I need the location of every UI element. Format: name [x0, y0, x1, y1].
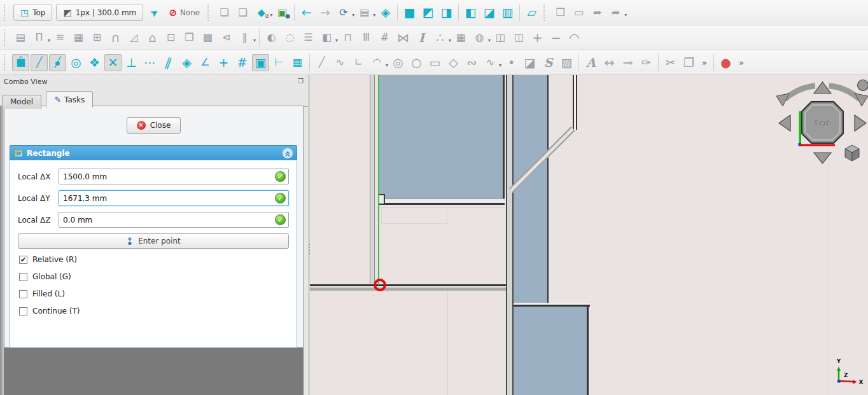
- macro-record-icon[interactable]: ●: [717, 54, 734, 71]
- nav-arrow-right[interactable]: [855, 115, 866, 131]
- snap-angle-icon[interactable]: ❖: [86, 54, 103, 71]
- arch-house-icon[interactable]: ⌂: [144, 29, 161, 46]
- box-selection-icon[interactable]: ❑: [234, 4, 251, 21]
- draft-point-icon[interactable]: •: [503, 54, 520, 71]
- arch-wall-icon[interactable]: ▤: [12, 29, 29, 46]
- arch-grille-icon[interactable]: #: [376, 29, 393, 46]
- draft-arc-icon-dropdown[interactable]: ▾: [386, 62, 388, 68]
- arch-window-icon[interactable]: ⊞: [88, 29, 106, 46]
- arch-axis-icon[interactable]: ◐: [263, 29, 280, 46]
- export-all-icon-dropdown[interactable]: ▾: [624, 12, 627, 18]
- arch-structure-icon-dropdown[interactable]: ▾: [48, 38, 50, 43]
- view-front-icon[interactable]: ■: [401, 4, 418, 21]
- arch-truss-icon[interactable]: ⋈: [395, 29, 412, 46]
- arch-pipe-icon[interactable]: ◍: [471, 29, 488, 46]
- clipping-plane-icon[interactable]: ◆⊘: [253, 4, 270, 21]
- relative-checkbox[interactable]: ✔Relative (R): [19, 255, 289, 264]
- draft-select-tool-icon[interactable]: ➤: [146, 4, 163, 21]
- tab-model[interactable]: Model: [2, 95, 41, 109]
- arch-precast-icon-dropdown[interactable]: ▾: [335, 38, 338, 43]
- line-width-scale-button[interactable]: ◩1px | 300.0 mm: [56, 4, 143, 21]
- nav-circle-button[interactable]: [858, 80, 868, 91]
- collapse-section-icon[interactable]: [283, 148, 293, 158]
- snap-endpoint-icon[interactable]: ╱: [31, 54, 48, 71]
- export-all-icon[interactable]: ➦: [607, 4, 624, 21]
- draft-shapestring-icon[interactable]: S: [540, 54, 557, 71]
- draft-facebinder-icon[interactable]: ◪: [521, 54, 538, 71]
- global-checkbox-box[interactable]: [19, 273, 27, 281]
- snap-parallel-icon[interactable]: ∥: [160, 54, 177, 71]
- snap-midpoint-icon[interactable]: ╱●: [49, 54, 66, 71]
- draft-wire-icon[interactable]: ∿: [332, 54, 349, 71]
- annotation-styles-icon[interactable]: ✑: [638, 54, 655, 71]
- nav-arrow-up[interactable]: [814, 82, 831, 94]
- cut-icon[interactable]: ✂: [662, 54, 679, 71]
- toggle-grid-icon[interactable]: ▦: [289, 54, 306, 71]
- draft-dimension-icon[interactable]: ↔: [601, 54, 618, 71]
- draft-line-icon[interactable]: ╱: [313, 54, 330, 71]
- arch-building-icon[interactable]: ∩: [107, 29, 124, 46]
- toolbar-grip[interactable]: [4, 54, 9, 71]
- toolbar-extension-1[interactable]: »: [702, 58, 707, 67]
- part-step-icon[interactable]: ❒: [552, 4, 569, 21]
- draft-text-icon[interactable]: A: [582, 54, 599, 71]
- global-checkbox[interactable]: Global (G): [19, 272, 289, 281]
- nav-arrow-left[interactable]: [779, 115, 790, 131]
- snap-dimensions-icon[interactable]: ⊢: [270, 54, 288, 71]
- continue-checkbox[interactable]: Continue (T): [19, 307, 289, 315]
- local-dy-input[interactable]: [59, 190, 289, 206]
- 3d-viewport[interactable]: TOP Y Z X: [310, 75, 868, 395]
- snap-working-plane-icon[interactable]: ▣: [252, 54, 269, 71]
- snap-ortho-icon[interactable]: +: [215, 54, 232, 71]
- folder-open-icon[interactable]: ▭: [570, 4, 587, 21]
- arch-space-icon[interactable]: ◿: [125, 29, 143, 46]
- clipping-plane-icon-dropdown[interactable]: ▾: [270, 12, 272, 18]
- undock-panel-icon[interactable]: ❐: [298, 78, 304, 85]
- arch-panel-sheet-icon[interactable]: ◫: [510, 29, 528, 46]
- draft-label-icon[interactable]: ⊸: [619, 54, 636, 71]
- arch-material-icon-dropdown[interactable]: ▾: [449, 38, 451, 43]
- export-icon[interactable]: ➦: [589, 4, 606, 21]
- arch-profile-icon-dropdown[interactable]: ▾: [253, 38, 256, 43]
- draft-bezier-icon-dropdown[interactable]: ▾: [499, 62, 501, 68]
- arch-fence-icon[interactable]: Ⅲ: [358, 29, 375, 46]
- draft-polygon-icon[interactable]: ◇: [445, 54, 462, 71]
- view-right-icon[interactable]: ◨: [438, 4, 455, 21]
- toolbar-grip[interactable]: [4, 29, 9, 46]
- measure-icon[interactable]: ▱: [523, 4, 540, 21]
- view-left-icon[interactable]: ▥: [499, 4, 516, 21]
- arch-rebar-icon[interactable]: ≋: [52, 29, 69, 46]
- arch-equipment-icon[interactable]: ⊓: [339, 29, 356, 46]
- snap-center-icon[interactable]: ◎: [67, 54, 85, 71]
- nav-arrow-down[interactable]: [814, 153, 831, 163]
- toolbar-extension-2[interactable]: »: [739, 58, 744, 67]
- snap-special-icon[interactable]: ◈: [178, 54, 195, 71]
- relative-checkbox-box[interactable]: ✔: [19, 256, 27, 264]
- view-axonometric-icon[interactable]: ◈: [377, 4, 394, 21]
- arch-precast-icon[interactable]: ◧: [318, 29, 335, 46]
- box-element-selection-icon[interactable]: ❏: [216, 4, 233, 21]
- draft-ellipse-icon[interactable]: ○: [408, 54, 425, 71]
- toolbar-grip[interactable]: [4, 4, 9, 21]
- nav-forward-icon[interactable]: →: [316, 4, 333, 21]
- draw-style-icon-dropdown[interactable]: ▾: [373, 12, 375, 18]
- rotation-mode-icon-dropdown[interactable]: ▾: [352, 12, 354, 18]
- continue-checkbox-box[interactable]: [19, 307, 27, 315]
- snap-intersection-icon[interactable]: ✕: [104, 54, 122, 71]
- draft-bezier-icon[interactable]: ∿: [482, 54, 499, 71]
- snap-grid-icon[interactable]: #: [234, 54, 251, 71]
- toolbar-grip[interactable]: [207, 4, 213, 21]
- view-rear-icon[interactable]: ◧: [462, 4, 479, 21]
- toolbar-grip[interactable]: [543, 4, 549, 21]
- snap-near-icon[interactable]: ∠: [197, 54, 214, 71]
- arch-structure-icon[interactable]: Π: [31, 29, 48, 46]
- draft-fillet-icon[interactable]: ∟: [350, 54, 367, 71]
- draft-arc-icon[interactable]: ◠: [368, 54, 386, 71]
- draft-circle-icon[interactable]: ◎: [389, 54, 407, 71]
- arch-material-icon[interactable]: ∴: [431, 29, 449, 46]
- close-task-button[interactable]: ✕ Close: [127, 117, 181, 134]
- view-top-icon[interactable]: ◩: [419, 4, 437, 21]
- rectangle-section-header[interactable]: Rectangle: [10, 145, 297, 160]
- rotation-mode-icon[interactable]: ⟳: [335, 4, 352, 21]
- current-view-button[interactable]: ◳Top: [13, 4, 52, 21]
